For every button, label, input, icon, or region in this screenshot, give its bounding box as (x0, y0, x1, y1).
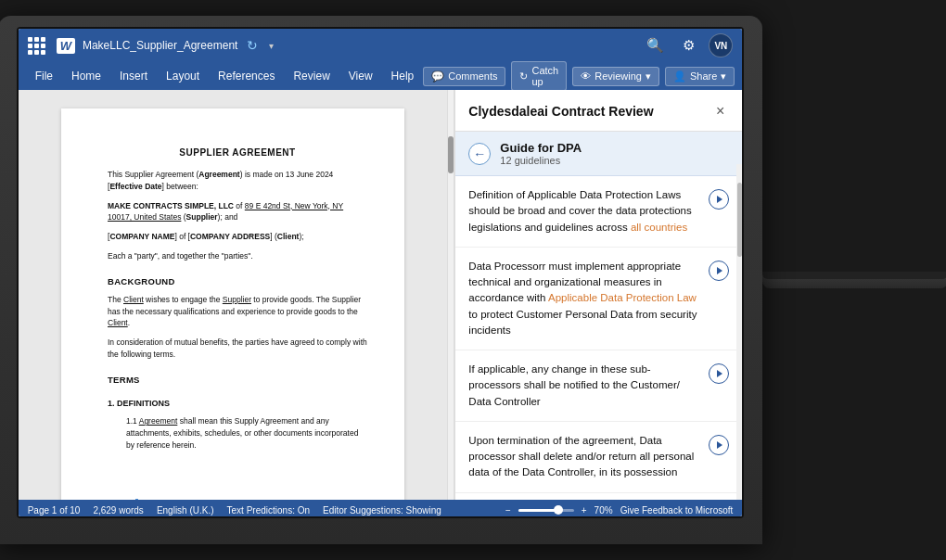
guideline-item[interactable]: If applicable, any change in these sub-p… (455, 350, 742, 422)
word-count: 2,629 words (93, 505, 143, 515)
menu-help[interactable]: Help (382, 66, 424, 86)
play-button-1[interactable] (709, 189, 729, 210)
zoom-plus[interactable]: + (582, 505, 587, 515)
menu-insert[interactable]: Insert (110, 66, 157, 86)
menu-review[interactable]: Review (284, 66, 339, 86)
doc-intro: This Supplier Agreement (Agreement) is m… (108, 169, 367, 193)
document-page: SUPPLIER AGREEMENT This Supplier Agreeme… (61, 108, 404, 500)
guideline-text-2: Data Processorr must implement appropria… (468, 259, 699, 338)
comments-label: Comments (448, 70, 497, 82)
guide-name: Guide for DPA (500, 141, 729, 155)
doc-parties: Each a "party", and together the "partie… (108, 250, 367, 262)
doc-background-title: BACKGROUND (108, 275, 367, 288)
guideline-item[interactable]: Upon termination of the agreement, Data … (455, 422, 742, 493)
share-icon: 👤 (673, 70, 686, 83)
language: English (U.K.) (157, 505, 214, 515)
guide-info: Guide for DPA 12 guidelines (500, 141, 729, 166)
panel-close-button[interactable]: × (711, 101, 729, 121)
panel-title: Clydesdaleai Contract Review (468, 104, 653, 119)
guideline-text-3: If applicable, any change in these sub-p… (468, 362, 699, 410)
reviewing-label: Reviewing (594, 70, 642, 82)
guide-header: ← Guide for DPA 12 guidelines (455, 132, 742, 176)
doc-terms-title: TERMS (108, 374, 367, 387)
editor-suggestions: Editor Suggestions: Showing (323, 505, 441, 515)
menu-bar: File Home Insert Layout References Revie… (19, 62, 743, 90)
share-dropdown-icon: ▾ (721, 70, 726, 83)
menu-layout[interactable]: Layout (157, 66, 209, 86)
comments-button[interactable]: 💬 Comments (423, 67, 505, 86)
title-dropdown[interactable]: ▾ (269, 41, 274, 51)
panel-scrollbar[interactable] (736, 164, 742, 500)
reviewing-icon: 👁 (581, 70, 591, 82)
reviewing-button[interactable]: 👁 Reviewing ▾ (572, 67, 659, 86)
doc-consideration: In consideration of mutual benefits, the… (108, 337, 367, 361)
doc-client-info: [COMPANY NAME] of [COMPANY ADDRESS] (Cli… (108, 231, 367, 243)
menu-home[interactable]: Home (62, 66, 110, 86)
document-area: SUPPLIER AGREEMENT This Supplier Agreeme… (19, 90, 448, 500)
share-button[interactable]: 👤 Share ▾ (665, 67, 735, 86)
menu-view[interactable]: View (339, 66, 382, 86)
text-predictions: Text Predictions: On (227, 505, 310, 515)
feedback-text[interactable]: Give Feedback to Microsoft (620, 505, 734, 515)
guideline-item[interactable]: Data Processorr must implement appropria… (455, 248, 742, 350)
comments-icon: 💬 (431, 70, 444, 83)
waffle-icon[interactable] (28, 37, 45, 55)
zoom-minus[interactable]: − (505, 505, 511, 515)
zoom-slider[interactable] (518, 509, 574, 512)
doc-definitions-title: 1. DEFINITIONS (108, 398, 367, 411)
guideline-text-1: Definition of Applicable Data Protection… (468, 187, 699, 235)
panel-header: Clydesdaleai Contract Review × (455, 90, 742, 132)
settings-icon[interactable]: ⚙ (678, 35, 699, 56)
sync-icon[interactable]: ↻ (247, 38, 258, 53)
share-label: Share (690, 70, 717, 82)
play-button-2[interactable] (709, 261, 729, 281)
catchup-button[interactable]: ↻ Catch up (511, 61, 567, 91)
catchup-label: Catch up (531, 65, 558, 87)
status-bar: Page 1 of 10 2,629 words English (U.K.) … (19, 500, 743, 518)
doc-main-title: SUPPLIER AGREEMENT (108, 146, 367, 159)
guideline-text-4: Upon termination of the agreement, Data … (468, 433, 699, 481)
play-button-3[interactable] (709, 363, 729, 384)
zoom-level: 70% (594, 505, 613, 515)
search-icon[interactable]: 🔍 (642, 35, 669, 56)
review-panel: Clydesdaleai Contract Review × ← Guide f… (454, 90, 742, 500)
guideline-item[interactable]: Definition of Applicable Data Protection… (455, 176, 742, 248)
catchup-icon: ↻ (519, 70, 528, 83)
menu-file[interactable]: File (26, 66, 62, 86)
word-icon: W (57, 38, 75, 54)
menu-references[interactable]: References (209, 66, 284, 86)
document-scrollbar[interactable] (447, 90, 454, 500)
doc-background-content: The Client wishes to engage the Supplier… (108, 294, 367, 329)
title-bar: W MakeLLC_Supplier_Agreement ↻ ▾ 🔍 ⚙ VN (19, 29, 743, 62)
document-title: MakeLLC_Supplier_Agreement (83, 39, 237, 52)
user-avatar[interactable]: VN (709, 33, 733, 57)
page-info: Page 1 of 10 (28, 505, 81, 515)
doc-supplier-info: MAKE CONTRACTS SIMPLE, LLC of 89 E 42nd … (108, 200, 367, 224)
play-button-4[interactable] (709, 435, 729, 455)
back-button[interactable]: ← (468, 143, 491, 165)
guide-count: 12 guidelines (500, 155, 729, 166)
guidelines-list: Definition of Applicable Data Protection… (455, 176, 742, 500)
reviewing-dropdown-icon: ▾ (646, 70, 651, 83)
doc-definition-1-1: 1.1 Agreement shall mean this Supply Agr… (108, 415, 367, 451)
